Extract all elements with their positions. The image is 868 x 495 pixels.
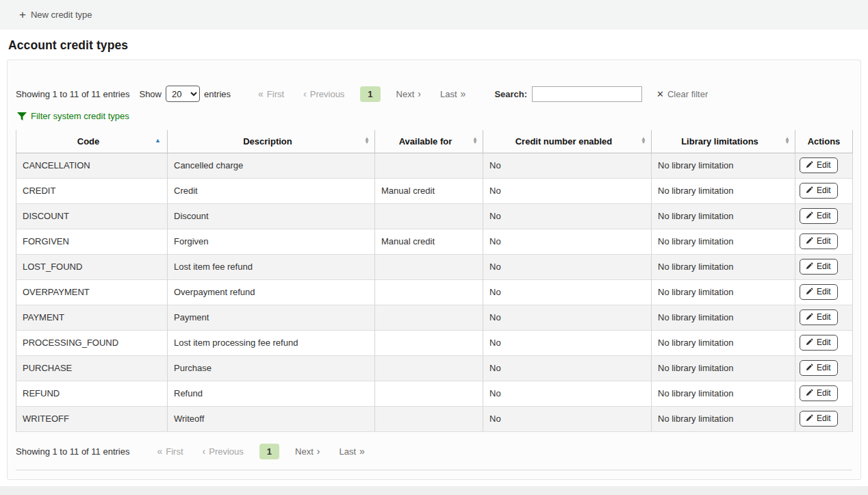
pencil-icon <box>806 364 813 371</box>
double-chevron-right-icon: » <box>359 446 365 456</box>
chevron-right-icon: › <box>317 446 320 456</box>
plus-icon: + <box>19 9 26 21</box>
edit-button[interactable]: Edit <box>800 411 838 427</box>
cell-library-limitations: No library limitation <box>652 355 795 381</box>
cell-actions: Edit <box>795 279 853 305</box>
pencil-icon <box>806 262 813 270</box>
cell-description: Cancelled charge <box>168 153 375 178</box>
column-header-code[interactable]: Code ▲ <box>16 130 168 153</box>
cell-code: LOST_FOUND <box>16 254 168 279</box>
cell-credit-number-enabled: No <box>483 254 652 279</box>
column-header-credit-number-enabled[interactable]: Credit number enabled ▲▼ <box>483 130 652 153</box>
cell-available-for <box>375 305 483 330</box>
table-row: PAYMENT Payment No No library limitation… <box>16 305 853 330</box>
cell-actions: Edit <box>795 355 853 381</box>
last-page-button[interactable]: Last » <box>434 86 472 102</box>
clear-filter-button[interactable]: ✕ Clear filter <box>656 89 708 99</box>
previous-page-button[interactable]: ‹ Previous <box>297 86 350 102</box>
cell-available-for <box>375 406 483 431</box>
table-header-row: Code ▲ Description ▲▼ Available for ▲▼ C… <box>16 130 853 153</box>
cell-credit-number-enabled: No <box>483 330 652 355</box>
cell-library-limitations: No library limitation <box>652 305 795 330</box>
filter-row: Filter system credit types <box>17 111 852 123</box>
cell-library-limitations: No library limitation <box>652 153 795 178</box>
edit-button[interactable]: Edit <box>800 183 838 199</box>
table-row: CANCELLATION Cancelled charge No No libr… <box>16 153 853 178</box>
first-page-button[interactable]: « First <box>151 444 189 459</box>
cell-library-limitations: No library limitation <box>652 229 795 254</box>
column-header-actions: Actions <box>795 130 853 153</box>
new-credit-type-label: New credit type <box>31 10 92 20</box>
column-header-library-limitations[interactable]: Library limitations ▲▼ <box>652 130 795 153</box>
cell-code: REFUND <box>16 381 168 406</box>
edit-button[interactable]: Edit <box>800 385 838 401</box>
cell-library-limitations: No library limitation <box>652 254 795 279</box>
pencil-icon <box>806 212 813 219</box>
column-header-available-for[interactable]: Available for ▲▼ <box>375 130 483 153</box>
cell-library-limitations: No library limitation <box>652 178 795 203</box>
edit-button[interactable]: Edit <box>800 309 838 325</box>
edit-button[interactable]: Edit <box>800 259 838 275</box>
cell-available-for <box>375 153 483 178</box>
panel-divider <box>16 470 852 470</box>
pencil-icon <box>806 313 813 320</box>
edit-button[interactable]: Edit <box>800 157 838 173</box>
filter-system-credit-types-link[interactable]: Filter system credit types <box>17 111 129 121</box>
credit-types-panel: Showing 1 to 11 of 11 entries Show 20 en… <box>7 60 861 480</box>
current-page-button[interactable]: 1 <box>259 444 279 459</box>
cell-credit-number-enabled: No <box>483 381 652 406</box>
sort-both-icon: ▲▼ <box>364 138 370 144</box>
cell-actions: Edit <box>795 153 853 178</box>
column-header-description[interactable]: Description ▲▼ <box>168 130 375 153</box>
table-controls-bottom: Showing 1 to 11 of 11 entries « First ‹ … <box>16 444 852 459</box>
page-bottom-strip <box>0 486 868 495</box>
current-page-button[interactable]: 1 <box>360 86 380 102</box>
chevron-left-icon: ‹ <box>303 89 307 99</box>
cell-code: PROCESSING_FOUND <box>16 330 168 355</box>
cell-actions: Edit <box>795 254 853 279</box>
edit-button[interactable]: Edit <box>800 208 838 224</box>
cell-library-limitations: No library limitation <box>652 279 795 305</box>
next-page-button[interactable]: Next › <box>289 444 326 459</box>
cell-credit-number-enabled: No <box>483 153 652 178</box>
cell-actions: Edit <box>795 406 853 431</box>
toolbar: + New credit type <box>0 0 868 29</box>
search-control: Search: <box>494 86 642 102</box>
page-length-select[interactable]: 20 <box>166 86 200 102</box>
cell-description: Lost item processing fee refund <box>168 330 375 355</box>
next-page-button[interactable]: Next › <box>390 86 427 102</box>
cell-credit-number-enabled: No <box>483 178 652 203</box>
edit-button[interactable]: Edit <box>800 360 838 376</box>
pencil-icon <box>806 186 813 194</box>
pencil-icon <box>806 161 813 168</box>
previous-page-button[interactable]: ‹ Previous <box>196 444 250 459</box>
table-row: FORGIVEN Forgiven Manual credit No No li… <box>16 229 853 254</box>
pencil-icon <box>806 288 813 295</box>
cell-code: FORGIVEN <box>16 229 168 254</box>
table-controls-top: Showing 1 to 11 of 11 entries Show 20 en… <box>16 86 852 102</box>
cell-code: CANCELLATION <box>16 153 168 178</box>
cell-code: WRITEOFF <box>16 406 168 431</box>
table-row: OVERPAYMENT Overpayment refund No No lib… <box>16 279 853 305</box>
cell-description: Lost item fee refund <box>168 254 375 279</box>
edit-button[interactable]: Edit <box>800 284 838 300</box>
pagination-top: « First ‹ Previous 1 Next › Last » <box>248 86 475 102</box>
cell-description: Writeoff <box>168 406 375 431</box>
table-info-top: Showing 1 to 11 of 11 entries <box>16 89 129 99</box>
cell-code: PAYMENT <box>16 305 168 330</box>
pencil-icon <box>806 237 813 244</box>
last-page-button[interactable]: Last » <box>333 444 370 459</box>
edit-button[interactable]: Edit <box>800 233 838 249</box>
table-row: DISCOUNT Discount No No library limitati… <box>16 203 853 229</box>
cell-available-for <box>375 279 483 305</box>
pencil-icon <box>806 414 813 422</box>
edit-button[interactable]: Edit <box>800 335 838 351</box>
double-chevron-left-icon: « <box>157 446 162 456</box>
new-credit-type-button[interactable]: + New credit type <box>19 9 92 21</box>
table-row: PROCESSING_FOUND Lost item processing fe… <box>16 330 853 355</box>
search-input[interactable] <box>532 86 642 102</box>
cell-credit-number-enabled: No <box>483 229 652 254</box>
first-page-button[interactable]: « First <box>252 86 290 102</box>
cell-available-for <box>375 355 483 381</box>
table-row: WRITEOFF Writeoff No No library limitati… <box>16 406 853 431</box>
